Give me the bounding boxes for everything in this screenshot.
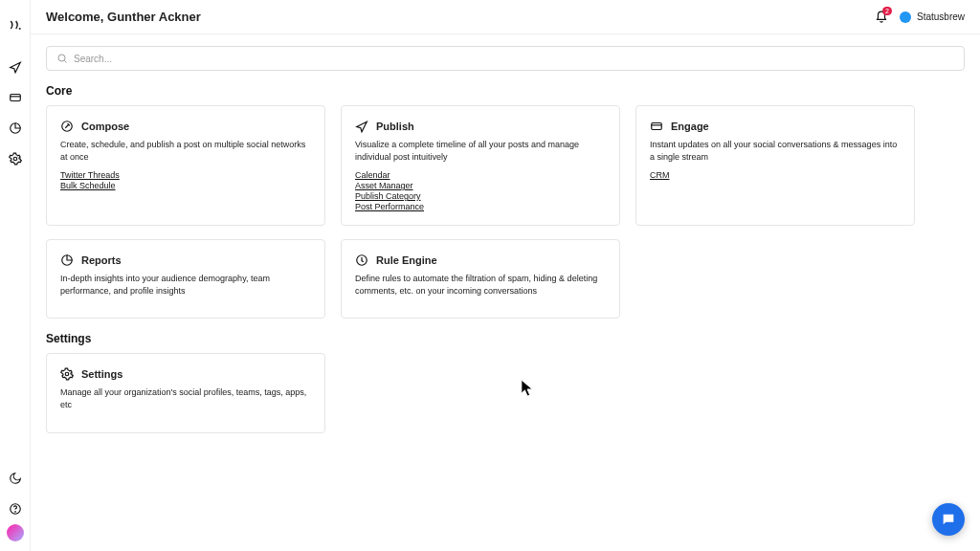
card-reports[interactable]: Reports In-depth insights into your audi… [46, 239, 325, 319]
svg-point-2 [13, 157, 17, 161]
workspace-switcher[interactable]: Statusbrew [900, 11, 965, 23]
svg-point-4 [14, 512, 15, 513]
card-desc: In-depth insights into your audience dem… [60, 273, 311, 297]
chat-fab[interactable] [932, 503, 965, 536]
help-icon[interactable] [8, 501, 23, 517]
settings-icon [60, 367, 74, 381]
card-desc: Visualize a complete timeline of all you… [355, 139, 606, 163]
link-twitter-threads[interactable]: Twitter Threads [60, 170, 311, 180]
nav-engage-icon[interactable] [8, 90, 23, 105]
card-title: Publish [376, 121, 414, 132]
reports-icon [60, 253, 74, 267]
section-settings-title: Settings [46, 332, 965, 345]
link-crm[interactable]: CRM [650, 170, 901, 180]
card-settings[interactable]: Settings Manage all your organization's … [46, 353, 325, 432]
link-calendar[interactable]: Calendar [355, 170, 606, 180]
link-post-performance[interactable]: Post Performance [355, 202, 606, 211]
link-bulk-schedule[interactable]: Bulk Schedule [60, 181, 311, 190]
nav-settings-icon[interactable] [8, 151, 23, 166]
workspace-name: Statusbrew [917, 11, 965, 22]
engage-icon [650, 120, 663, 133]
svg-point-9 [65, 373, 69, 377]
card-engage[interactable]: Engage Instant updates on all your socia… [635, 105, 915, 226]
card-compose[interactable]: Compose Create, schedule, and publish a … [46, 105, 325, 226]
card-desc: Manage all your organization's social pr… [60, 386, 311, 410]
compose-icon [60, 120, 74, 133]
nav-publish-icon[interactable] [8, 59, 23, 75]
left-sidebar [0, 0, 31, 551]
card-publish[interactable]: Publish Visualize a complete timeline of… [341, 105, 620, 226]
svg-point-5 [58, 55, 65, 61]
svg-rect-7 [652, 123, 662, 130]
link-publish-category[interactable]: Publish Category [355, 191, 606, 201]
page-title: Welcome, Gunther Ackner [46, 10, 201, 24]
card-title: Rule Engine [376, 254, 437, 266]
svg-point-0 [19, 29, 20, 30]
notifications-badge: 2 [882, 7, 892, 15]
nav-reports-icon[interactable] [8, 121, 23, 136]
logo-icon[interactable] [8, 17, 23, 33]
search-placeholder: Search... [74, 54, 112, 64]
card-desc: Define rules to automate the filtration … [355, 273, 606, 297]
publish-icon [355, 120, 368, 133]
card-title: Settings [81, 368, 122, 380]
workspace-dot-icon [900, 11, 911, 23]
avatar[interactable] [7, 524, 24, 541]
theme-icon[interactable] [8, 471, 23, 486]
chat-icon [941, 512, 956, 527]
link-asset-manager[interactable]: Asset Manager [355, 181, 606, 190]
card-title: Reports [81, 254, 122, 266]
card-title: Compose [81, 121, 129, 132]
notifications-button[interactable]: 2 [875, 11, 888, 24]
header: Welcome, Gunther Ackner 2 Statusbrew [31, 0, 980, 34]
search-input[interactable]: Search... [46, 46, 965, 71]
card-rule-engine[interactable]: Rule Engine Define rules to automate the… [341, 239, 620, 319]
section-core-title: Core [46, 84, 965, 98]
card-title: Engage [671, 121, 709, 132]
svg-rect-1 [10, 95, 20, 101]
card-desc: Create, schedule, and publish a post on … [60, 139, 311, 163]
rule-engine-icon [355, 253, 368, 267]
card-desc: Instant updates on all your social conve… [650, 139, 901, 163]
search-icon [56, 53, 68, 64]
